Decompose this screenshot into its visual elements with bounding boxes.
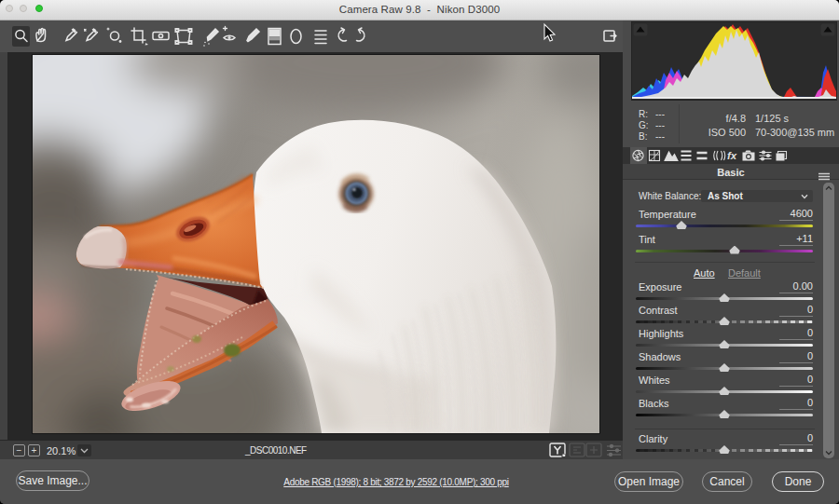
svg-text:fx: fx [727,150,737,161]
